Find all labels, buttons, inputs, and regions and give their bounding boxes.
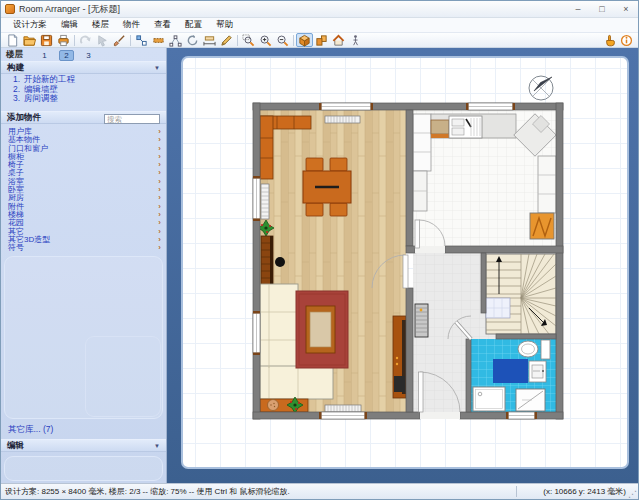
select-tool-button[interactable]	[94, 33, 111, 47]
rotate-button[interactable]	[184, 33, 201, 47]
edit-section-header[interactable]: 编辑 ▼	[1, 439, 166, 452]
radiator-bottom[interactable]	[325, 405, 361, 412]
zoom-region-button[interactable]	[240, 33, 257, 47]
category-stairs[interactable]: 楼梯›	[8, 211, 161, 219]
category-symbols[interactable]: 符号›	[8, 244, 161, 252]
washing-machine[interactable]	[516, 389, 545, 411]
measure-button[interactable]	[201, 33, 218, 47]
floors-label: 楼层	[6, 49, 23, 61]
collapse-arrow-icon[interactable]: ▼	[154, 65, 160, 71]
collapse-arrow-icon[interactable]: ▼	[154, 443, 160, 449]
print-button[interactable]	[55, 33, 72, 47]
open-folder-icon	[23, 34, 36, 47]
category-tables[interactable]: 桌子›	[8, 169, 161, 177]
floor-plan[interactable]	[183, 58, 629, 469]
bath-mat[interactable]	[493, 359, 528, 383]
round-stool[interactable]	[275, 257, 285, 267]
zoom-in-button[interactable]	[257, 33, 274, 47]
move-selection-button[interactable]	[133, 33, 150, 47]
window-living-top	[319, 103, 373, 110]
bookshelf[interactable]	[261, 236, 273, 289]
save-icon	[40, 34, 53, 47]
staircase[interactable]	[486, 254, 556, 334]
menu-objects[interactable]: 物件	[116, 18, 147, 32]
category-bathroom[interactable]: 浴室›	[8, 178, 161, 186]
cursor-coordinates: (x: 10666 y: 2413 毫米)	[516, 486, 638, 497]
floor-tab-3[interactable]: 3	[81, 50, 96, 61]
rug-with-coffee-table[interactable]	[296, 291, 348, 368]
walk-mode-icon	[349, 34, 362, 47]
window-left-lower	[253, 311, 260, 355]
build-section-header[interactable]: 构建 ▼	[1, 61, 166, 74]
radiator-left[interactable]	[261, 184, 269, 219]
zoom-out-button[interactable]	[274, 33, 291, 47]
window-kitchen-top	[466, 103, 515, 110]
add-wall-button[interactable]	[150, 33, 167, 47]
menu-design[interactable]: 设计方案	[6, 18, 54, 32]
menu-view[interactable]: 查看	[147, 18, 178, 32]
measure-icon	[203, 34, 216, 47]
info-button[interactable]	[618, 33, 635, 47]
save-button[interactable]	[38, 33, 55, 47]
category-other-3d[interactable]: 其它3D造型›	[8, 236, 161, 244]
floor-tab-1[interactable]: 1	[37, 50, 52, 61]
corner-table-with-plant[interactable]	[260, 397, 308, 413]
toolbar	[1, 33, 638, 48]
add-objects-header: 添加物件	[1, 111, 166, 124]
move-selection-icon	[135, 34, 148, 47]
object-search-input[interactable]	[104, 114, 160, 124]
category-accessories[interactable]: 附件›	[8, 203, 161, 211]
floor-tab-2[interactable]: 2	[59, 50, 74, 61]
more-libraries-link[interactable]: 其它库... (7)	[8, 424, 53, 436]
window-bathroom-bottom	[506, 412, 537, 419]
chevron-right-icon: ›	[158, 244, 161, 252]
kitchen-sink[interactable]	[449, 116, 482, 138]
walk-mode-button[interactable]	[347, 33, 364, 47]
radiator-top[interactable]	[325, 116, 360, 123]
zoom-region-icon	[242, 34, 255, 47]
category-garden[interactable]: 花园›	[8, 219, 161, 227]
menu-floors[interactable]: 楼层	[85, 18, 116, 32]
status-text: 设计方案: 8255 × 8400 毫米, 楼层: 2/3 -- 缩放: 75%…	[1, 486, 516, 497]
menu-edit[interactable]: 编辑	[54, 18, 85, 32]
edit-points-button[interactable]	[167, 33, 184, 47]
tv-cabinet[interactable]	[393, 316, 406, 398]
hall-radiator[interactable]	[415, 304, 428, 337]
shower-tray[interactable]	[473, 387, 505, 411]
draw-wall-button[interactable]	[218, 33, 235, 47]
resize-grip[interactable]: ⋰	[628, 490, 637, 498]
window-living-bottom	[319, 412, 367, 419]
category-kitchen[interactable]: 厨房›	[8, 194, 161, 202]
undo-icon	[79, 34, 92, 47]
add-wall-icon	[152, 34, 165, 47]
pointer-hand-icon	[603, 34, 616, 47]
objects-3d-button[interactable]	[313, 33, 330, 47]
info-icon	[620, 34, 633, 47]
bathroom-sink[interactable]	[529, 361, 546, 382]
category-cabinets[interactable]: 橱柜›	[8, 153, 161, 161]
sidebar-panel-bottom	[4, 456, 163, 481]
category-doors-windows[interactable]: 门口和窗户›	[8, 145, 161, 153]
menu-help[interactable]: 帮助	[209, 18, 240, 32]
edit-points-icon	[169, 34, 182, 47]
minimize-button[interactable]: –	[570, 3, 586, 15]
close-button[interactable]: ×	[618, 3, 634, 15]
undo-button[interactable]	[77, 33, 94, 47]
sidebar: 楼层 1 2 3 构建 ▼ 1.开始新的工程 2.编辑墙壁 3.房间调整 添加物…	[1, 48, 167, 483]
house-view-button[interactable]	[330, 33, 347, 47]
zoom-out-icon	[276, 34, 289, 47]
maximize-button[interactable]: □	[594, 3, 610, 15]
category-chairs[interactable]: 椅子›	[8, 161, 161, 169]
pointer-hand-button[interactable]	[601, 33, 618, 47]
menu-settings[interactable]: 配置	[178, 18, 209, 32]
new-file-button[interactable]	[4, 33, 21, 47]
build-step-adjust-rooms[interactable]: 3.房间调整	[13, 94, 162, 104]
category-bedroom[interactable]: 卧室›	[8, 186, 161, 194]
sidebar-panel-inner	[85, 336, 161, 417]
drawing-page[interactable]	[181, 56, 629, 469]
compass-rose[interactable]	[529, 76, 553, 100]
status-bar: 设计方案: 8255 × 8400 毫米, 楼层: 2/3 -- 缩放: 75%…	[1, 483, 638, 499]
view-3d-button[interactable]	[296, 33, 313, 47]
open-file-button[interactable]	[21, 33, 38, 47]
brush-button[interactable]	[111, 33, 128, 47]
